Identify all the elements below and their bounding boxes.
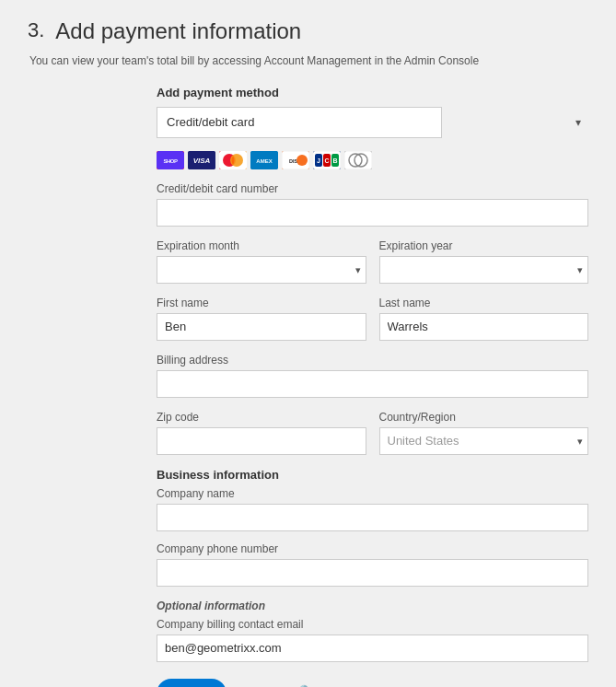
svg-text:SHOP: SHOP [163, 158, 178, 164]
last-name-input[interactable] [379, 313, 589, 341]
payment-form: Add payment method Credit/debit card Pay… [28, 86, 588, 662]
company-phone-input[interactable] [157, 559, 588, 587]
expiration-month-col: Expiration month 01020304 05060708 09101… [157, 239, 366, 284]
payment-method-select[interactable]: Credit/debit card PayPal Invoice [157, 107, 442, 138]
lock-icon: 🔒 [294, 683, 314, 687]
expiration-year-select[interactable]: 2024202520262027 202820292030 [379, 256, 589, 284]
svg-text:VISA: VISA [193, 157, 211, 165]
payment-method-label: Add payment method [157, 86, 588, 99]
amex-icon: AMEX [250, 151, 278, 169]
billing-contact-input[interactable] [157, 635, 588, 662]
page-title: Add payment information [55, 18, 301, 45]
company-name-label: Company name [157, 487, 588, 500]
billing-address-input[interactable] [157, 370, 588, 398]
business-section-title: Business information [157, 468, 588, 482]
billing-address-label: Billing address [157, 354, 588, 367]
country-select[interactable]: United States Canada United Kingdom [379, 427, 589, 455]
step-header: 3. Add payment information [28, 18, 588, 45]
expiration-month-select[interactable]: 01020304 05060708 09101112 [157, 256, 366, 284]
first-name-label: First name [157, 297, 366, 309]
svg-point-11 [296, 155, 308, 166]
discover-icon: DISC [282, 151, 309, 169]
jcb-icon: J C B [313, 151, 341, 169]
name-row: First name Last name [157, 297, 588, 341]
expiration-month-wrapper: 01020304 05060708 09101112 ▾ [157, 256, 366, 284]
shop-pay-icon: SHOP [157, 151, 184, 169]
company-name-input[interactable] [157, 504, 588, 531]
visa-icon: VISA [188, 151, 215, 169]
mastercard-icon [219, 151, 247, 169]
zip-code-label: Zip code [157, 411, 366, 424]
country-col: Country/Region United States Canada Unit… [379, 411, 589, 455]
optional-info-section: Optional information Company billing con… [157, 600, 588, 662]
business-info-section: Business information Company name Compan… [157, 468, 588, 587]
last-name-col: Last name [379, 297, 589, 341]
expiration-year-wrapper: 2024202520262027 202820292030 ▾ [379, 256, 589, 284]
diners-icon [344, 151, 372, 169]
svg-text:J: J [317, 157, 320, 164]
svg-text:B: B [332, 157, 337, 164]
country-select-wrapper: United States Canada United Kingdom ▾ [379, 427, 589, 455]
last-name-label: Last name [379, 297, 589, 309]
step-number: 3. [28, 18, 44, 42]
card-number-input[interactable] [157, 199, 588, 227]
zip-code-col: Zip code [157, 411, 366, 455]
payment-method-select-wrapper: Credit/debit card PayPal Invoice ▾ [157, 107, 588, 138]
first-name-col: First name [157, 297, 366, 341]
billing-address-group: Billing address [157, 354, 588, 398]
optional-section-title: Optional information [157, 600, 588, 612]
svg-text:C: C [324, 157, 329, 164]
payment-method-arrow-icon: ▾ [575, 116, 581, 129]
card-number-label: Credit/debit card number [157, 182, 588, 195]
expiration-year-col: Expiration year 2024202520262027 2028202… [379, 239, 589, 284]
svg-text:AMEX: AMEX [256, 158, 272, 164]
expiration-row: Expiration month 01020304 05060708 09101… [157, 239, 588, 284]
first-name-input[interactable] [157, 313, 366, 341]
zip-code-input[interactable] [157, 427, 366, 455]
company-phone-label: Company phone number [157, 542, 588, 555]
expiration-month-label: Expiration month [157, 239, 366, 252]
zip-country-row: Zip code Country/Region United States Ca… [157, 411, 588, 455]
card-number-group: Credit/debit card number [157, 182, 588, 227]
payment-method-group: Add payment method Credit/debit card Pay… [157, 86, 588, 138]
step-description: You can view your team's total bill by a… [28, 54, 588, 67]
country-label: Country/Region [379, 411, 589, 424]
action-row: Save Revert 🔒 [28, 679, 588, 687]
card-icons-row: SHOP VISA AMEX DI [157, 151, 588, 169]
save-button[interactable]: Save [157, 679, 227, 687]
expiration-year-label: Expiration year [379, 239, 589, 252]
billing-contact-label: Company billing contact email [157, 618, 588, 631]
